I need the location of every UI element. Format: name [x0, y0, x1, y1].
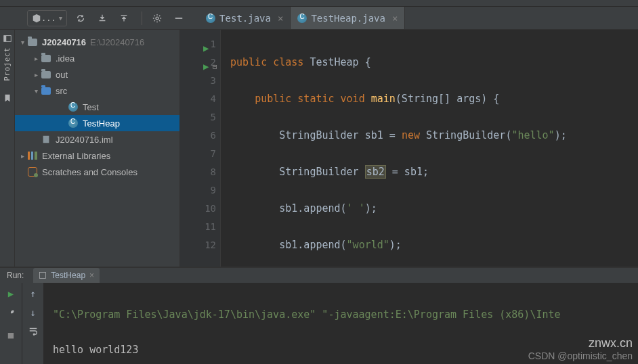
tree-iml[interactable]: J20240716.iml — [15, 131, 179, 147]
line-number: 7 — [211, 148, 216, 159]
chevron-down-icon: ▼ — [59, 15, 62, 22]
expand-icon[interactable] — [31, 71, 41, 78]
tool-window-bar: Project — [0, 30, 15, 267]
tree-scratches[interactable]: Scratches and Consoles — [15, 164, 179, 180]
close-icon[interactable]: × — [392, 13, 398, 24]
tree-out[interactable]: out — [15, 66, 179, 83]
wrench-button[interactable] — [6, 309, 16, 320]
code-editor[interactable]: 1▶ 2▶⊟ 3 4 5 6 7 8 9 10 11 12 public cla… — [180, 30, 638, 267]
tree-label: J20240716.iml — [56, 135, 113, 145]
run-tab[interactable]: TestHeap × — [33, 268, 100, 283]
download-button[interactable] — [93, 9, 112, 28]
tree-label: src — [56, 86, 67, 96]
stop-button[interactable]: ■ — [8, 329, 14, 340]
console-line: "-javaagent:E:\Program Files (x86)\Inte — [322, 309, 560, 321]
tree-label: External Libraries — [42, 151, 110, 161]
source-folder-icon — [41, 85, 51, 96]
tree-label: .idea — [56, 53, 75, 64]
java-class-icon — [68, 101, 79, 112]
watermark-top: znwx.cn — [528, 336, 633, 350]
run-config-label: ... — [41, 14, 56, 23]
tree-file-testheap[interactable]: TestHeap — [15, 115, 179, 131]
libraries-icon — [27, 150, 38, 161]
line-number: 9 — [211, 185, 216, 196]
tree-idea[interactable]: .idea — [15, 50, 179, 66]
tab-testheap-java[interactable]: TestHeap.java × — [291, 7, 405, 29]
tree-label: Test — [83, 102, 99, 112]
tree-root[interactable]: J20240716 E:\J20240716 — [15, 34, 179, 50]
rerun-button[interactable]: ▶ — [8, 288, 14, 299]
gear-icon — [152, 14, 162, 23]
bookmarks-tool-icon[interactable] — [3, 93, 12, 105]
upload-icon — [119, 14, 129, 23]
svg-rect-5 — [40, 273, 46, 279]
folder-icon — [41, 69, 51, 80]
tab-test-java[interactable]: Test.java × — [199, 7, 291, 29]
soft-wrap-button[interactable] — [28, 326, 38, 338]
iml-file-icon — [41, 134, 51, 145]
line-number: 12 — [205, 240, 216, 250]
line-number: 10 — [205, 203, 216, 214]
svg-point-0 — [156, 17, 158, 20]
line-number: 6 — [211, 130, 216, 141]
settings-button[interactable] — [148, 9, 167, 28]
java-class-icon — [68, 118, 79, 129]
code-area[interactable]: public class TestHeap { public static vo… — [221, 30, 638, 267]
cube-icon — [32, 14, 41, 23]
folder-icon — [41, 53, 51, 64]
tab-label: Test.java — [219, 13, 271, 24]
line-number: 11 — [205, 221, 216, 232]
download-icon — [98, 14, 107, 23]
up-button[interactable]: ↑ — [30, 288, 35, 299]
scratches-icon — [27, 166, 38, 177]
tree-label: out — [56, 70, 68, 80]
watermark: znwx.cn CSDN @optimistic_chen — [528, 336, 633, 361]
svg-rect-4 — [43, 136, 49, 143]
svg-rect-3 — [3, 36, 6, 42]
svg-rect-1 — [175, 18, 183, 19]
java-class-icon — [297, 14, 307, 23]
expand-icon[interactable] — [31, 55, 41, 62]
line-number: 8 — [211, 166, 216, 177]
down-button[interactable]: ↓ — [30, 307, 35, 318]
line-number: 1 — [211, 39, 216, 49]
line-number: 3 — [211, 75, 216, 86]
run-toolbar-left: ▶ ■ — [0, 283, 22, 364]
console-line: "C:\Program Files\Java\jdk-17\bin\java.e… — [53, 309, 316, 321]
sync-button[interactable] — [71, 9, 90, 28]
title-bar-strip — [0, 0, 638, 7]
tree-label: J20240716 — [42, 37, 86, 47]
tree-external-libraries[interactable]: External Libraries — [15, 147, 179, 164]
tab-label: TestHeap.java — [311, 13, 385, 24]
collapse-icon — [174, 14, 184, 23]
line-number: 4 — [211, 93, 216, 104]
close-icon[interactable]: × — [278, 13, 283, 24]
line-number: 5 — [211, 112, 216, 122]
close-icon[interactable]: × — [89, 271, 94, 280]
run-tab-label: TestHeap — [51, 271, 85, 280]
main-toolbar: ... ▼ Test.java × TestHeap.jav — [0, 7, 638, 30]
collapse-button[interactable] — [169, 9, 188, 28]
editor-tabs: Test.java × TestHeap.java × — [199, 7, 405, 29]
run-config-selector[interactable]: ... ▼ — [27, 10, 67, 26]
module-icon — [27, 37, 38, 47]
editor-gutter: 1▶ 2▶⊟ 3 4 5 6 7 8 9 10 11 12 — [180, 30, 221, 267]
project-tool-label[interactable]: Project — [3, 47, 12, 81]
java-class-icon — [206, 14, 215, 23]
toolbar-separator — [142, 12, 142, 25]
expand-icon[interactable] — [31, 87, 41, 95]
tree-src[interactable]: src — [15, 83, 179, 99]
upload-button[interactable] — [114, 9, 133, 28]
expand-icon[interactable] — [18, 152, 27, 160]
watermark-bottom: CSDN @optimistic_chen — [528, 350, 633, 361]
project-tree: J20240716 E:\J20240716 .idea out src — [15, 30, 180, 267]
tree-path: E:\J20240716 — [90, 37, 144, 47]
sync-icon — [76, 14, 85, 23]
project-tool-icon[interactable] — [3, 34, 12, 43]
run-tabs: Run: TestHeap × — [0, 268, 638, 283]
tree-file-test[interactable]: Test — [15, 99, 179, 115]
tree-label: TestHeap — [83, 118, 120, 129]
run-label: Run: — [7, 271, 24, 280]
expand-icon[interactable] — [18, 39, 27, 46]
tree-label: Scratches and Consoles — [42, 167, 137, 177]
